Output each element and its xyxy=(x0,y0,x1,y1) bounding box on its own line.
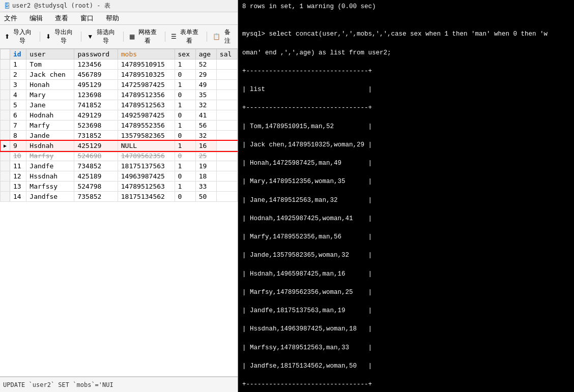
menu-window[interactable]: 窗口 xyxy=(78,13,96,23)
cell-id: 13 xyxy=(10,182,26,192)
row-indicator xyxy=(1,70,10,80)
terminal-line: | Mary,14789512356,woman,35 | xyxy=(242,177,570,186)
cell-sal xyxy=(216,141,237,151)
table-row[interactable]: 14Jandfse73585218175134562050 xyxy=(1,192,238,202)
row-indicator xyxy=(1,131,10,141)
cell-id: 1 xyxy=(10,59,26,70)
terminal-line: oman' end ,',',age) as list from user2; xyxy=(242,48,570,57)
cell-password: 731852 xyxy=(74,131,118,141)
row-indicator xyxy=(1,192,10,202)
data-table-container: id user password mobs sex age sal 1Tom12… xyxy=(0,49,238,377)
cell-sal xyxy=(216,120,237,131)
grid-view-button[interactable]: ▦ 网格查看 xyxy=(127,26,162,47)
cell-id: 14 xyxy=(10,192,26,202)
toolbar: ⬆ 导入向导 ⬇ 导出向导 ▼ 筛选向导 ▦ 网格查看 ☰ 表单查看 📋 备注 xyxy=(0,25,238,49)
terminal-line: +--------------------------------+ xyxy=(242,380,570,389)
menu-edit[interactable]: 编辑 xyxy=(27,13,45,23)
menu-help[interactable]: 帮助 xyxy=(104,13,121,23)
table-row[interactable]: 6Hodnah42912914925987425041 xyxy=(1,110,238,120)
table-row[interactable]: 1Tom12345614789510915152 xyxy=(1,59,238,70)
cell-mobs: 14925987425 xyxy=(118,110,175,120)
cell-id: 5 xyxy=(10,100,26,110)
cell-sal xyxy=(216,151,237,161)
cell-user: Marfsy xyxy=(26,151,74,161)
table-row[interactable]: 2Jack chen45678914789510325029 xyxy=(1,70,238,80)
export-wizard-button[interactable]: ⬇ 导出向导 xyxy=(43,26,78,47)
terminal-line: | list | xyxy=(242,85,570,94)
import-wizard-button[interactable]: ⬆ 导入向导 xyxy=(2,26,37,47)
cell-user: Jande xyxy=(26,131,74,141)
table-row[interactable]: 11Jandfe73485218175137563119 xyxy=(1,161,238,171)
cell-mobs: 18175137563 xyxy=(118,161,175,171)
cell-mobs: 14789510325 xyxy=(118,70,175,80)
table-row[interactable]: ▶9Hsdnah425129NULL116 xyxy=(1,141,238,151)
table-row[interactable]: 3Honah49512914725987425149 xyxy=(1,80,238,90)
cell-sex: 1 xyxy=(175,141,195,151)
cell-age: 25 xyxy=(195,151,216,161)
cell-sex: 0 xyxy=(175,131,195,141)
cell-sex: 0 xyxy=(175,90,195,100)
col-user[interactable]: user xyxy=(26,49,74,59)
row-indicator xyxy=(1,151,10,161)
cell-age: 50 xyxy=(195,192,216,202)
cell-password: 495129 xyxy=(74,80,118,90)
notes-button[interactable]: 📋 备注 xyxy=(210,26,236,47)
cell-user: Mary xyxy=(26,90,74,100)
terminal-line: +--------------------------------+ xyxy=(242,67,570,76)
cell-password: 741852 xyxy=(74,100,118,110)
terminal-line: | Hodnah,14925987425,woman,41 | xyxy=(242,214,570,223)
table-row[interactable]: 5Jane74185214789512563132 xyxy=(1,100,238,110)
cell-sal xyxy=(216,192,237,202)
cell-mobs: 14789562356 xyxy=(118,151,175,161)
cell-sex: 0 xyxy=(175,110,195,120)
table-row[interactable]: 12Hssdnah42518914963987425018 xyxy=(1,171,238,182)
col-sex[interactable]: sex xyxy=(175,49,195,59)
col-mobs[interactable]: mobs xyxy=(118,49,175,59)
row-indicator xyxy=(1,110,10,120)
col-id[interactable]: id xyxy=(10,49,26,59)
cell-age: 33 xyxy=(195,182,216,192)
cell-id: 12 xyxy=(10,171,26,182)
cell-age: 35 xyxy=(195,90,216,100)
cell-user: Hodnah xyxy=(26,110,74,120)
data-table: id user password mobs sex age sal 1Tom12… xyxy=(0,49,238,202)
export-label: 导出向导 xyxy=(52,28,75,45)
filter-label: 筛选向导 xyxy=(94,28,118,45)
status-bar: UPDATE `user2` SET `mobs`='NUI xyxy=(0,377,238,392)
cell-sal xyxy=(216,171,237,182)
row-indicator xyxy=(1,120,10,131)
table-row[interactable]: 4Mary12369814789512356035 xyxy=(1,90,238,100)
col-sal[interactable]: sal xyxy=(216,49,237,59)
cell-password: 425189 xyxy=(74,171,118,182)
cell-mobs: 18175134562 xyxy=(118,192,175,202)
table-row[interactable]: 13Marfssy52479814789512563133 xyxy=(1,182,238,192)
col-password[interactable]: password xyxy=(74,49,118,59)
menu-view[interactable]: 查看 xyxy=(53,13,70,23)
menu-file[interactable]: 文件 xyxy=(2,13,19,23)
table-row[interactable]: 7Marfy52369814789552356156 xyxy=(1,120,238,131)
cell-password: 123698 xyxy=(74,90,118,100)
toolbar-separator-4 xyxy=(165,32,165,42)
row-indicator xyxy=(1,80,10,90)
cell-password: 456789 xyxy=(74,70,118,80)
cell-age: 18 xyxy=(195,171,216,182)
form-view-button[interactable]: ☰ 表单查看 xyxy=(168,26,204,47)
cell-sex: 0 xyxy=(175,171,195,182)
table-row[interactable]: 8Jande73185213579582365032 xyxy=(1,131,238,141)
left-panel: 🗄 user2 @studysql (root) - 表 文件 编辑 查看 窗口… xyxy=(0,0,238,392)
terminal-line: | Jandfse,18175134562,woman,50 | xyxy=(242,361,570,371)
table-row[interactable]: 10Marfsy52469814789562356025 xyxy=(1,151,238,161)
filter-wizard-button[interactable]: ▼ 筛选向导 xyxy=(84,26,120,47)
cell-sal xyxy=(216,182,237,192)
cell-user: Hssdnah xyxy=(26,171,74,182)
cell-mobs: 13579582365 xyxy=(118,131,175,141)
terminal-line: | Marfssy,14789512563,man,33 | xyxy=(242,343,570,352)
cell-mobs: 14789552356 xyxy=(118,120,175,131)
cell-password: 123456 xyxy=(74,59,118,70)
col-age[interactable]: age xyxy=(195,49,216,59)
terminal-line: | Hsdnah,14965987425,man,16 | xyxy=(242,269,570,279)
row-indicator xyxy=(1,90,10,100)
cell-age: 41 xyxy=(195,110,216,120)
cell-id: 3 xyxy=(10,80,26,90)
status-text: UPDATE `user2` SET `mobs`='NUI xyxy=(3,381,113,388)
